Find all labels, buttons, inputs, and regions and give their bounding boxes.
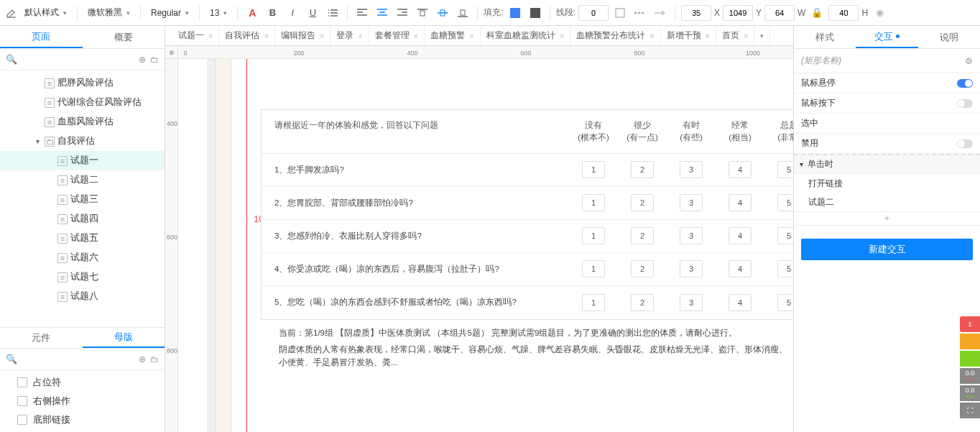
align-bottom-button[interactable]: [454, 4, 471, 22]
border-style-button[interactable]: [611, 4, 629, 22]
italic-button[interactable]: I: [284, 4, 301, 22]
option-button[interactable]: 5: [777, 294, 793, 311]
tab-outline[interactable]: 概要: [83, 26, 165, 48]
canvas[interactable]: 1029 请根据近一年的体验和感觉，回答以下问题没有(根本不)很少(有一点)有时…: [178, 59, 793, 432]
option-button[interactable]: 1: [582, 260, 605, 277]
visibility-icon[interactable]: ◉: [871, 4, 888, 22]
document-tab[interactable]: 登录×: [330, 26, 369, 45]
close-icon[interactable]: ×: [358, 32, 362, 40]
option-button[interactable]: 2: [631, 260, 654, 277]
tab-widgets[interactable]: 元件: [0, 328, 83, 348]
page-tree-item[interactable]: ≡试题三: [0, 190, 165, 209]
action-open-link[interactable]: 打开链接: [794, 174, 980, 193]
option-button[interactable]: 4: [729, 194, 752, 211]
option-button[interactable]: 3: [680, 260, 703, 277]
align-top-button[interactable]: [414, 4, 431, 22]
page-tree-item[interactable]: ▾🗀自我评估: [0, 132, 165, 151]
settings-icon[interactable]: ⚙: [965, 56, 973, 66]
font-weight-dropdown[interactable]: Regular▾: [147, 4, 193, 22]
add-page-icon[interactable]: ⊕: [139, 55, 146, 65]
list-button[interactable]: [324, 4, 341, 22]
page-tree-item[interactable]: ≡代谢综合征风险评估: [0, 93, 165, 112]
toggle[interactable]: [957, 139, 973, 148]
close-icon[interactable]: ×: [706, 32, 710, 40]
line-dash-button[interactable]: [632, 4, 649, 22]
option-button[interactable]: 4: [729, 161, 752, 178]
new-interaction-button[interactable]: 新建交互: [801, 239, 973, 260]
option-button[interactable]: 2: [631, 294, 654, 311]
option-button[interactable]: 4: [729, 260, 752, 277]
page-tree-item[interactable]: ≡血脂风险评估: [0, 112, 165, 132]
page-tree-item[interactable]: ≡试题六: [0, 248, 165, 267]
option-button[interactable]: 2: [631, 227, 654, 244]
master-item[interactable]: 占位符: [0, 373, 165, 392]
arrow-style-button[interactable]: [652, 4, 669, 22]
document-tab[interactable]: 血糖预警×: [425, 26, 480, 45]
font-color-button[interactable]: A: [244, 4, 261, 22]
event-disable[interactable]: 禁用: [794, 134, 980, 154]
master-item[interactable]: 底部链接: [0, 410, 165, 429]
option-button[interactable]: 5: [777, 161, 793, 178]
font-family-dropdown[interactable]: 微软雅黑▾: [83, 4, 134, 22]
align-left-button[interactable]: [353, 4, 371, 22]
page-tree-item[interactable]: ≡试题二: [0, 170, 165, 190]
page-tree-item[interactable]: ≡试题八: [0, 287, 165, 306]
align-middle-button[interactable]: [434, 4, 451, 22]
page-tree-item[interactable]: ≡试题四: [0, 209, 165, 229]
toggle[interactable]: [957, 99, 973, 108]
fill-color-1[interactable]: [507, 4, 524, 22]
page-tree-item[interactable]: ≡试题一: [0, 151, 165, 170]
line-width-input[interactable]: [578, 5, 609, 21]
document-tab[interactable]: 科室血糖监测统计×: [481, 26, 570, 45]
option-button[interactable]: 2: [631, 194, 654, 211]
option-button[interactable]: 3: [680, 194, 703, 211]
close-icon[interactable]: ×: [469, 32, 473, 40]
align-right-button[interactable]: [394, 4, 411, 22]
event-hover[interactable]: 鼠标悬停: [794, 73, 980, 93]
close-icon[interactable]: ×: [650, 32, 654, 40]
close-icon[interactable]: ×: [744, 32, 748, 40]
masters-search-input[interactable]: [22, 354, 134, 364]
lock-icon[interactable]: 🔒: [808, 4, 826, 22]
tab-style[interactable]: 样式: [794, 26, 856, 48]
ruler-origin-icon[interactable]: ⊕: [165, 46, 178, 58]
underline-button[interactable]: U: [304, 4, 321, 22]
add-master-folder-icon[interactable]: 🗀: [150, 354, 159, 364]
document-tab[interactable]: 编辑报告×: [275, 26, 330, 45]
x-input[interactable]: [681, 5, 711, 21]
close-icon[interactable]: ×: [560, 32, 564, 40]
dock-item[interactable]: [960, 334, 980, 349]
page-tree-item[interactable]: ≡肥胖风险评估: [0, 73, 165, 93]
document-tab[interactable]: 血糖预警分布统计×: [570, 26, 660, 45]
y-input[interactable]: [723, 5, 753, 21]
document-tab[interactable]: 试题一×: [172, 26, 219, 45]
font-size-dropdown[interactable]: 13▾: [205, 4, 231, 22]
add-folder-icon[interactable]: 🗀: [150, 55, 159, 65]
tab-pages[interactable]: 页面: [0, 26, 83, 48]
option-button[interactable]: 2: [631, 161, 654, 178]
page-tree-item[interactable]: ≡试题五: [0, 229, 165, 248]
close-icon[interactable]: ×: [264, 32, 268, 40]
tab-interact[interactable]: 交互: [856, 26, 917, 48]
option-button[interactable]: 1: [582, 294, 605, 311]
close-icon[interactable]: ×: [414, 32, 418, 40]
option-button[interactable]: 5: [777, 227, 793, 244]
style-edit-icon[interactable]: [6, 7, 17, 19]
document-tab[interactable]: 新增干预×: [661, 26, 716, 45]
option-button[interactable]: 3: [680, 294, 703, 311]
tab-notes[interactable]: 说明: [918, 26, 980, 48]
h-input[interactable]: [828, 5, 859, 21]
option-button[interactable]: 3: [680, 161, 703, 178]
option-button[interactable]: 1: [582, 194, 605, 211]
w-input[interactable]: [764, 5, 795, 21]
option-button[interactable]: 1: [582, 227, 605, 244]
option-button[interactable]: 1: [582, 161, 605, 178]
page-tree-item[interactable]: ≡试题七: [0, 267, 165, 287]
document-tab[interactable]: 首页×: [716, 26, 754, 45]
tab-masters[interactable]: 母版: [83, 328, 165, 348]
add-action-button[interactable]: +: [794, 211, 980, 226]
style-dropdown[interactable]: 默认样式▾: [20, 4, 71, 22]
dock-item[interactable]: [960, 351, 980, 367]
document-tab[interactable]: 套餐管理×: [369, 26, 425, 45]
align-center-button[interactable]: [374, 4, 391, 22]
